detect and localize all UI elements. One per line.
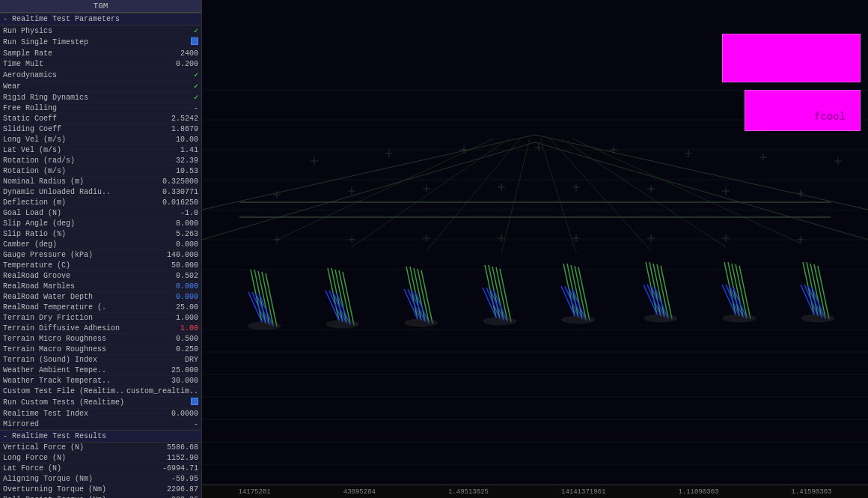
param-value: 0.000 [146,240,198,249]
param-row[interactable]: Sliding Coeff1.8679 [0,124,201,135]
result-row: Lat Force (N)-6994.71 [0,464,201,474]
result-name: Lat Force (N) [3,464,146,473]
param-value: 1.00 [146,324,198,332]
checkbox[interactable] [191,37,198,45]
left-panel: TGM - Realtime Test Parameters Run Physi… [0,0,202,498]
param-name: Static Coeff [3,115,146,123]
param-row[interactable]: Rotation (m/s)10.53 [0,166,201,177]
param-row[interactable]: Wear✓ [0,81,201,92]
param-row[interactable]: Goal Load (N)-1.0 [0,208,201,219]
results-list: Vertical Force (N)5586.68Long Force (N)1… [0,443,201,498]
svg-point-147 [644,315,677,322]
param-name: Rotation (rad/s) [3,157,146,165]
param-name: Weather Track Temperat.. [3,377,146,385]
pink-label: fcool [814,111,846,123]
param-row[interactable]: Deflection (m)0.016250 [0,198,201,208]
param-row[interactable]: Weather Ambient Tempe..25.000 [0,365,201,376]
param-name: RealRoad Marbles [3,282,146,291]
param-value: 25.000 [146,366,198,374]
param-name: Time Mult [3,60,146,68]
param-value: 0.000 [146,282,198,291]
param-row[interactable]: Terrain Dry Friction1.000 [0,313,201,324]
param-row[interactable]: Static Coeff2.5242 [0,114,201,124]
result-row: Long Force (N)1152.90 [0,453,201,464]
param-name: Goal Load (N) [3,209,146,217]
param-row[interactable]: RealRoad Water Depth0.000 [0,292,201,303]
result-row: Vertical Force (N)5586.68 [0,443,201,453]
param-value: - [146,104,198,112]
param-name: Nominal Radius (m) [3,177,146,186]
param-name: Camber (deg) [3,240,146,249]
param-value: 5.263 [146,230,198,238]
svg-point-149 [801,315,834,322]
param-value: 32.39 [146,157,198,165]
param-value [146,398,198,407]
param-value: ✓ [146,82,198,91]
param-row[interactable]: Nominal Radius (m)0.325000 [0,177,201,187]
param-row[interactable]: RealRoad Marbles0.000 [0,282,201,292]
param-row[interactable]: Realtime Test Index0.0000 [0,409,201,419]
param-name: Rotation (m/s) [3,167,146,175]
param-row[interactable]: Temperature (C)50.000 [0,261,201,271]
param-row[interactable]: Time Mult0.200 [0,59,201,70]
param-value: 0.502 [146,272,198,280]
param-row[interactable]: Terrain (Sound) IndexDRY [0,355,201,365]
axis-val-2: 43095284 [343,488,376,496]
param-row[interactable]: Slip Angle (deg)8.000 [0,219,201,229]
param-row[interactable]: Rotation (rad/s)32.39 [0,156,201,166]
param-name: Weather Ambient Tempe.. [3,366,146,374]
param-row[interactable]: Free Rolling- [0,103,201,114]
param-value: 1.000 [146,314,198,322]
param-row[interactable]: Terrain Micro Roughness0.500 [0,334,201,344]
param-name: Terrain Micro Roughness [3,335,146,343]
param-value: 30.000 [146,377,198,385]
param-row[interactable]: Weather Track Temperat..30.000 [0,376,201,386]
checkbox[interactable] [191,398,198,405]
param-value: 0.000 [146,293,198,301]
title-bar: TGM [0,0,201,13]
param-row[interactable]: Sample Rate2400 [0,49,201,59]
param-row[interactable]: Gauge Pressure (kPa)140.000 [0,250,201,261]
param-row[interactable]: Rigid Ring Dynamics✓ [0,92,201,103]
svg-point-148 [723,315,756,322]
result-value: 5586.68 [146,443,198,452]
param-row[interactable]: Run Single Timestep [0,37,201,49]
param-value: 0.0000 [146,410,198,418]
main-viewport: ps 000.0 CPU 1.0 FT 33 [202,0,868,498]
svg-point-143 [326,321,359,328]
result-value: -6994.71 [146,464,198,473]
param-row[interactable]: Terrain Diffusive Adhesion1.00 [0,324,201,334]
realtime-results-header: - Realtime Test Results [0,430,201,443]
param-name: Slip Ratio (%) [3,230,146,238]
param-row[interactable]: Custom Test File (Realtim..custom_realti… [0,386,201,397]
param-value: 0.330771 [146,188,198,196]
param-value: 0.250 [146,345,198,353]
param-row[interactable]: RealRoad Groove0.502 [0,271,201,282]
realtime-results-label: - Realtime Test Results [3,432,106,440]
param-row[interactable]: Lat Vel (m/s)1.41 [0,145,201,156]
param-row[interactable]: Slip Ratio (%)5.263 [0,229,201,240]
result-row: Aligning Torque (Nm)-59.95 [0,474,201,485]
param-row[interactable]: RealRoad Temperature (.25.00 [0,303,201,313]
param-name: Terrain Diffusive Adhesion [3,324,146,332]
param-name: Wear [3,82,146,91]
param-row[interactable]: Dynamic Unloaded Radiu..0.330771 [0,187,201,198]
param-row[interactable]: Run Physics✓ [0,25,201,37]
param-row[interactable]: Mirrored- [0,419,201,430]
param-row[interactable]: Aerodynamics✓ [0,70,201,81]
param-row[interactable]: Run Custom Tests (Realtime) [0,397,201,409]
param-row[interactable]: Terrain Macro Roughness0.250 [0,344,201,355]
param-row[interactable]: Camber (deg)0.000 [0,240,201,250]
param-name: Run Physics [3,27,146,35]
param-name: Slip Angle (deg) [3,219,146,228]
param-name: Deflection (m) [3,198,146,207]
param-value: 0.500 [146,335,198,343]
param-value: 10.00 [146,136,198,144]
param-row[interactable]: Long Vel (m/s)10.00 [0,135,201,145]
param-name: Terrain Macro Roughness [3,345,146,353]
param-value: -1.0 [146,209,198,217]
result-row: Roll Resist Torque (Nm)389.86 [0,495,201,498]
param-name: Rigid Ring Dynamics [3,94,146,102]
param-name: Terrain (Sound) Index [3,356,146,364]
param-value: custom_realtim.. [126,387,198,395]
